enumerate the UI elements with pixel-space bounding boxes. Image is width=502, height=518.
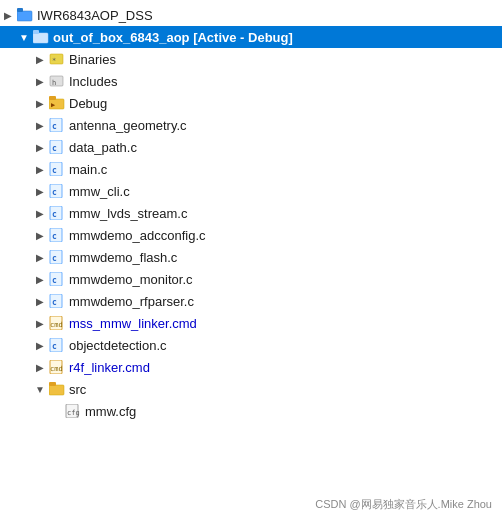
tree-item-mmwdemo_rfparser[interactable]: ▶ c mmwdemo_rfparser.c [0,290,502,312]
chevron-icon[interactable]: ▼ [32,384,48,395]
item-label: out_of_box_6843_aop [Active - Debug] [53,30,293,45]
chevron-icon[interactable]: ▶ [32,164,48,175]
chevron-icon[interactable]: ▶ [32,54,48,65]
folder-icon: ▶ [48,96,66,110]
svg-text:c: c [52,298,57,307]
tree-item-mmwdemo_flash[interactable]: ▶ c mmwdemo_flash.c [0,246,502,268]
tree-item-data_path[interactable]: ▶ c data_path.c [0,136,502,158]
svg-text:c: c [52,276,57,285]
svg-text:c: c [52,342,57,351]
tree-item-mmwdemo_monitor[interactable]: ▶ c mmwdemo_monitor.c [0,268,502,290]
c-file-icon: c [48,184,66,198]
svg-rect-35 [49,385,64,395]
item-label: mss_mmw_linker.cmd [69,316,197,331]
binaries-icon: * [48,52,66,66]
chevron-icon[interactable]: ▼ [16,32,32,43]
svg-rect-1 [17,8,23,12]
tree-item-binaries[interactable]: ▶ * Binaries [0,48,502,70]
cmd-file-icon: cmd [48,360,66,374]
svg-text:cmd: cmd [50,365,63,373]
tree-item-debug[interactable]: ▶ ▶ Debug [0,92,502,114]
tree-item-src[interactable]: ▼ src [0,378,502,400]
c-file-icon: c [48,250,66,264]
c-file-icon: c [48,118,66,132]
svg-text:h: h [52,79,56,87]
svg-text:c: c [52,210,57,219]
chevron-icon[interactable]: ▶ [32,208,48,219]
item-label: src [69,382,86,397]
tree-item-includes[interactable]: ▶ h Includes [0,70,502,92]
includes-icon: h [48,74,66,88]
item-label: main.c [69,162,107,177]
chevron-icon[interactable]: ▶ [32,296,48,307]
item-label: Debug [69,96,107,111]
chevron-icon[interactable]: ▶ [32,318,48,329]
tree-item-mmw_cfg[interactable]: cfg mmw.cfg [0,400,502,422]
chevron-icon[interactable]: ▶ [32,142,48,153]
tree-item-objectdetection[interactable]: ▶ c objectdetection.c [0,334,502,356]
chevron-icon[interactable]: ▶ [32,252,48,263]
item-label: antenna_geometry.c [69,118,187,133]
chevron-icon[interactable]: ▶ [32,120,48,131]
project-icon [16,8,34,22]
item-label: mmwdemo_monitor.c [69,272,193,287]
c-file-icon: c [48,162,66,176]
chevron-icon[interactable]: ▶ [32,230,48,241]
svg-text:cfg: cfg [67,409,80,417]
item-label: Binaries [69,52,116,67]
item-label: mmw.cfg [85,404,136,419]
svg-rect-36 [49,382,56,386]
item-label: mmw_cli.c [69,184,130,199]
c-file-icon: c [48,338,66,352]
svg-rect-3 [33,30,39,34]
tree-item-mss_mmw_linker[interactable]: ▶ cmd mss_mmw_linker.cmd [0,312,502,334]
chevron-icon[interactable]: ▶ [0,10,16,21]
item-label: mmwdemo_flash.c [69,250,177,265]
tree-item-mmw_cli[interactable]: ▶ c mmw_cli.c [0,180,502,202]
chevron-icon[interactable]: ▶ [32,274,48,285]
cmd-file-icon: cmd [48,316,66,330]
svg-rect-9 [49,96,56,100]
tree-item-antenna_geometry[interactable]: ▶ c antenna_geometry.c [0,114,502,136]
footer-credit: CSDN @网易独家音乐人.Mike Zhou [315,497,492,512]
tree-item-mmwdemo_adcconfig[interactable]: ▶ c mmwdemo_adcconfig.c [0,224,502,246]
item-label: Includes [69,74,117,89]
item-label: mmwdemo_adcconfig.c [69,228,206,243]
item-label: objectdetection.c [69,338,167,353]
svg-rect-0 [17,11,32,21]
chevron-icon[interactable]: ▶ [32,98,48,109]
svg-text:c: c [52,122,57,131]
tree-item-r4f_linker[interactable]: ▶ cmd r4f_linker.cmd [0,356,502,378]
chevron-icon[interactable]: ▶ [32,76,48,87]
tree-item-root-prev[interactable]: ▶ IWR6843AOP_DSS [0,4,502,26]
svg-text:c: c [52,232,57,241]
footer-text: CSDN @网易独家音乐人.Mike Zhou [315,498,492,510]
cfg-file-icon: cfg [64,404,82,418]
c-file-icon: c [48,272,66,286]
file-tree: ▶ IWR6843AOP_DSS▼ out_of_box_6843_aop [A… [0,0,502,426]
chevron-icon[interactable]: ▶ [32,362,48,373]
tree-item-mmw_lvds_stream[interactable]: ▶ c mmw_lvds_stream.c [0,202,502,224]
item-label: IWR6843AOP_DSS [37,8,153,23]
folder-src-icon [48,382,66,396]
svg-text:*: * [52,57,56,65]
svg-text:c: c [52,188,57,197]
tree-item-main[interactable]: ▶ c main.c [0,158,502,180]
svg-text:c: c [52,144,57,153]
c-file-icon: c [48,294,66,308]
chevron-icon[interactable]: ▶ [32,186,48,197]
svg-rect-2 [33,33,48,43]
item-label: data_path.c [69,140,137,155]
item-label: r4f_linker.cmd [69,360,150,375]
c-file-icon: c [48,228,66,242]
svg-text:c: c [52,254,57,263]
svg-text:cmd: cmd [50,321,63,329]
chevron-icon[interactable]: ▶ [32,340,48,351]
c-file-icon: c [48,206,66,220]
item-label: mmwdemo_rfparser.c [69,294,194,309]
c-file-icon: c [48,140,66,154]
project-icon [32,30,50,44]
item-label: mmw_lvds_stream.c [69,206,187,221]
svg-text:c: c [52,166,57,175]
tree-item-root[interactable]: ▼ out_of_box_6843_aop [Active - Debug] [0,26,502,48]
